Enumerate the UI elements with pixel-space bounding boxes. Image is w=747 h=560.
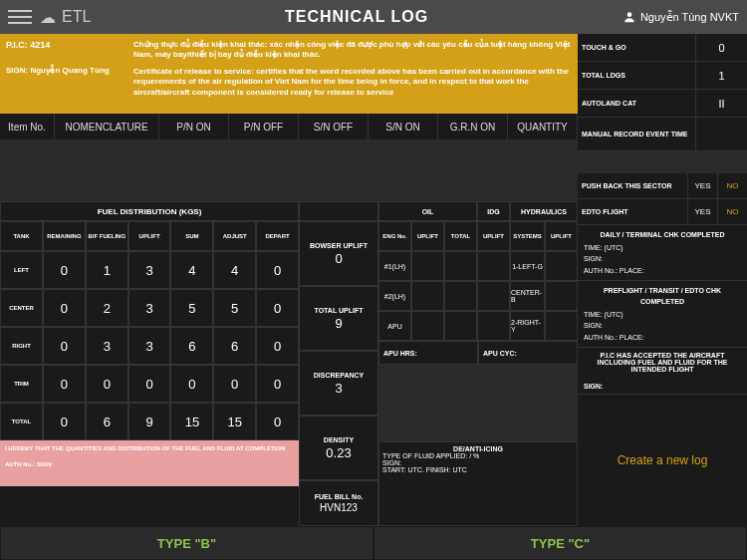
fuel-cell[interactable]: 0 <box>256 289 299 327</box>
oil-cell[interactable] <box>477 251 510 281</box>
fuelbill-box[interactable]: FUEL BILL No. HVN123 <box>299 480 378 526</box>
fuel-cell[interactable]: 15 <box>170 403 213 440</box>
oil-cell[interactable]: #1(LH) <box>378 251 411 281</box>
manual-record-row: MANUAL RECORD EVENT TIME <box>578 118 747 151</box>
fuel-cell[interactable]: 4 <box>170 251 213 289</box>
oil-cell[interactable]: CENTER-B <box>510 281 545 311</box>
daily-chk-box[interactable]: DAILY / TERMINAL CHK COMPLETED TIME: (UT… <box>578 225 747 281</box>
fuel-cell[interactable]: 0 <box>256 251 299 289</box>
fuel-cell[interactable]: 3 <box>86 327 128 365</box>
fuel-row-label: RIGHT <box>0 327 43 365</box>
oil-cell[interactable] <box>545 311 578 341</box>
deice-box[interactable]: DE/ANTI-ICING TYPE OF FLUID APPLIED: / %… <box>378 441 578 526</box>
pushback-row: PUSH BACK THIS SECTOR YES NO <box>578 173 747 199</box>
menu-icon[interactable] <box>8 5 32 29</box>
type-c-button[interactable]: TYPE "C" <box>374 526 747 560</box>
pic-sign: SIGN: Nguyễn Quang Tùng <box>6 66 122 75</box>
accepted-box[interactable]: P.I.C HAS ACCEPTED THE AIRCRAFT INCLUDIN… <box>578 348 747 395</box>
apu-hrs[interactable]: APU HRS: <box>378 341 478 365</box>
fuel-cell[interactable]: 2 <box>86 289 128 327</box>
fuel-cell[interactable]: 0 <box>43 365 86 403</box>
oil-cell[interactable]: #2(LH) <box>378 281 411 311</box>
fuel-cell[interactable]: 0 <box>86 365 128 403</box>
oil-cell[interactable]: APU <box>378 311 411 341</box>
hereby-box[interactable]: I HEREBY THAT THE QUANTITIES AND DISTRIB… <box>0 440 299 486</box>
fuel-col-bf: B/F FUELING <box>86 221 128 251</box>
fuel-cell[interactable]: 3 <box>128 251 171 289</box>
fuel-cell[interactable]: 0 <box>43 251 86 289</box>
cert-vn: Chứng thực đủ điều kiện khai thác: xác n… <box>133 40 572 61</box>
fuel-cell[interactable]: 15 <box>213 403 256 440</box>
fuel-cell[interactable]: 6 <box>213 327 256 365</box>
discrepancy-box[interactable]: DISCREPANCY 3 <box>299 351 378 416</box>
fuel-cell[interactable]: 9 <box>128 403 171 440</box>
fuel-cell[interactable]: 0 <box>128 365 171 403</box>
oil-cell[interactable] <box>477 311 510 341</box>
type-b-button[interactable]: TYPE "B" <box>0 526 374 560</box>
autoland-row: AUTOLAND CAT II <box>578 90 747 118</box>
fuel-cell[interactable]: 0 <box>170 365 213 403</box>
oil-hdr: OIL <box>378 201 477 221</box>
oil-cell[interactable] <box>444 251 477 281</box>
fuel-cell[interactable]: 0 <box>256 327 299 365</box>
oil-cell[interactable] <box>411 281 444 311</box>
col-pnoff: P/N OFF <box>229 114 299 140</box>
oil-cell[interactable] <box>411 251 444 281</box>
col-snoff: S/N OFF <box>299 114 369 140</box>
cert-en: Certificate of release to service: certi… <box>133 67 572 98</box>
uplift-box[interactable]: TOTAL UPLIFT 9 <box>299 286 378 351</box>
col-pnon: P/N ON <box>159 114 229 140</box>
fuel-col-sum: SUM <box>170 221 213 251</box>
fuel-col-dep: DEPART <box>256 221 299 251</box>
user-name: Nguyễn Tùng NVKT <box>640 11 739 24</box>
user-icon <box>622 10 636 24</box>
oil-row: #1(LH)1-LEFT-G <box>378 251 578 281</box>
oil-cell[interactable] <box>477 281 510 311</box>
oil-cell[interactable] <box>545 281 578 311</box>
oil-cell[interactable] <box>411 311 444 341</box>
oil-cell[interactable] <box>444 281 477 311</box>
pic-code: P.I.C: 4214 <box>6 40 122 50</box>
fuel-cell[interactable]: 6 <box>86 403 128 440</box>
hereby-auth: AUTH No.: SIGN: <box>5 461 294 467</box>
oil-cell[interactable] <box>444 311 477 341</box>
fuel-cell[interactable]: 5 <box>170 289 213 327</box>
fuel-cell[interactable]: 3 <box>128 289 171 327</box>
fuel-cell[interactable]: 0 <box>43 289 86 327</box>
fuel-cell[interactable]: 0 <box>43 403 86 440</box>
fuel-cell[interactable]: 0 <box>256 403 299 440</box>
hyd-hdr: HYDRAULICS <box>510 201 578 221</box>
create-log-button[interactable]: Create a new log <box>578 395 747 526</box>
edto-no[interactable]: NO <box>717 199 747 224</box>
fuel-cell[interactable]: 6 <box>170 327 213 365</box>
user-display[interactable]: Nguyễn Tùng NVKT <box>622 10 739 24</box>
pushback-no[interactable]: NO <box>717 173 747 198</box>
fuel-cell[interactable]: 3 <box>128 327 171 365</box>
preflight-chk-box[interactable]: PREFLIGHT / TRANSIT / EDTO CHK COMPLETED… <box>578 281 747 348</box>
fuel-col-adj: ADJUST <box>213 221 256 251</box>
idg-hdr: IDG <box>477 201 510 221</box>
density-box[interactable]: DENSITY 0.23 <box>299 416 378 480</box>
fuel-cell[interactable]: 4 <box>213 251 256 289</box>
oil-row: #2(LH)CENTER-B <box>378 281 578 311</box>
pic-box: P.I.C: 4214 SIGN: Nguyễn Quang Tùng <box>0 34 127 114</box>
apu-cyc[interactable]: APU CYC: <box>478 341 578 365</box>
nomenclature-header: Item No. NOMENCLATURE P/N ON P/N OFF S/N… <box>0 114 578 145</box>
bowser-box[interactable]: BOWSER UPLIFT 0 <box>299 221 378 286</box>
fuel-row-label: CENTER <box>0 289 43 327</box>
edto-yes[interactable]: YES <box>687 199 717 224</box>
oil-cell[interactable]: 1-LEFT-G <box>510 251 545 281</box>
fuel-cell[interactable]: 1 <box>86 251 128 289</box>
fuel-cell[interactable]: 0 <box>256 365 299 403</box>
pushback-yes[interactable]: YES <box>687 173 717 198</box>
fuel-cell[interactable]: 0 <box>213 365 256 403</box>
cert-box: Chứng thực đủ điều kiện khai thác: xác n… <box>127 34 578 114</box>
oil-cell[interactable]: 2-RIGHT-Y <box>510 311 545 341</box>
svg-point-0 <box>627 12 632 17</box>
app-name: ETL <box>62 8 91 26</box>
oil-cell[interactable] <box>545 251 578 281</box>
app-logo-icon: ☁ <box>40 8 56 27</box>
fuel-col-tank: TANK <box>0 221 43 251</box>
fuel-cell[interactable]: 5 <box>213 289 256 327</box>
fuel-cell[interactable]: 0 <box>43 327 86 365</box>
